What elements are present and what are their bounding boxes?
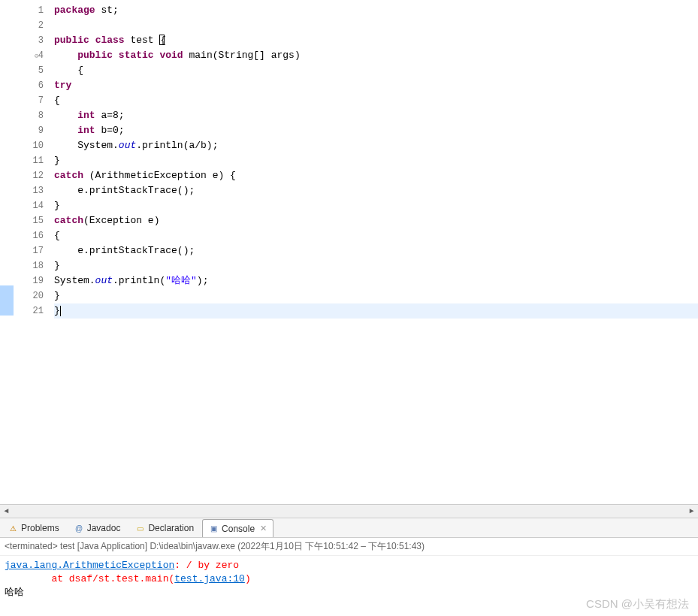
scroll-right-arrow[interactable]: ►: [685, 505, 698, 518]
source-link[interactable]: test.java:10: [174, 573, 245, 584]
scroll-left-arrow[interactable]: ◄: [0, 505, 13, 518]
console-line: at dsaf/st.test.main(test.java:10): [5, 572, 693, 586]
tab-label: Console: [222, 524, 255, 534]
line-number[interactable]: 14: [14, 198, 51, 213]
change-marker: [0, 240, 14, 255]
code-line[interactable]: public class test {: [54, 33, 698, 48]
change-marker: [0, 0, 14, 15]
line-number[interactable]: 15: [14, 213, 51, 228]
code-line[interactable]: {: [54, 228, 698, 243]
change-marker: [0, 60, 14, 75]
line-number[interactable]: 13: [14, 183, 51, 198]
change-marker: [0, 165, 14, 180]
code-line[interactable]: }: [54, 288, 698, 303]
view-tabs: ⚠ Problems @ Javadoc ▭ Declaration ▣ Con…: [0, 518, 698, 538]
change-marker: [0, 75, 14, 90]
tab-label: Declaration: [148, 523, 194, 533]
code-line[interactable]: package st;: [54, 3, 698, 18]
tab-declaration[interactable]: ▭ Declaration: [128, 519, 201, 537]
line-number[interactable]: 10: [14, 138, 51, 153]
line-number[interactable]: 9: [14, 123, 51, 138]
line-number[interactable]: 1: [14, 3, 51, 18]
console-line: java.lang.ArithmeticException: / by zero: [5, 559, 693, 572]
exception-link[interactable]: java.lang.ArithmeticException: [5, 560, 174, 571]
code-line[interactable]: }: [54, 198, 698, 213]
line-number[interactable]: 3: [14, 33, 51, 48]
change-marker: [0, 105, 14, 120]
change-marker: [0, 90, 14, 105]
console-icon: ▣: [209, 524, 219, 533]
tab-console[interactable]: ▣ Console ✕: [202, 519, 273, 537]
code-line[interactable]: public static void main(String[] args): [54, 48, 698, 63]
declaration-icon: ▭: [135, 524, 145, 533]
change-marker: [0, 30, 14, 45]
change-marker: [0, 210, 14, 225]
code-line[interactable]: [54, 18, 698, 33]
code-line[interactable]: {: [54, 93, 698, 108]
change-marker: [0, 255, 14, 270]
tab-javadoc[interactable]: @ Javadoc: [68, 519, 128, 537]
code-content[interactable]: package st;public class test { public st…: [51, 0, 698, 504]
change-marker: [0, 225, 14, 240]
console-line: 哈哈: [5, 586, 693, 599]
line-number[interactable]: 4⊝: [14, 48, 51, 63]
code-line[interactable]: try: [54, 78, 698, 93]
line-number[interactable]: 11: [14, 153, 51, 168]
line-number[interactable]: 16: [14, 228, 51, 243]
bracket-highlight: {: [159, 35, 165, 45]
change-marker: [0, 285, 14, 300]
change-marker: [0, 135, 14, 150]
bottom-panel: ⚠ Problems @ Javadoc ▭ Declaration ▣ Con…: [0, 518, 698, 616]
change-marker-strip: [0, 0, 14, 504]
console-output[interactable]: java.lang.ArithmeticException: / by zero…: [0, 556, 698, 616]
code-editor[interactable]: 1234⊝56789101112131415161718192021 packa…: [0, 0, 698, 504]
code-line[interactable]: e.printStackTrace();: [54, 243, 698, 258]
line-number[interactable]: 19: [14, 273, 51, 288]
line-number[interactable]: 2: [14, 18, 51, 33]
code-line[interactable]: }: [54, 153, 698, 168]
close-icon[interactable]: ✕: [260, 524, 267, 533]
line-number[interactable]: 18: [14, 258, 51, 273]
code-line[interactable]: System.out.println("哈哈");: [54, 273, 698, 288]
override-marker-icon[interactable]: ⊝: [35, 52, 38, 60]
change-marker: [0, 15, 14, 30]
tab-label: Javadoc: [87, 523, 121, 533]
tab-label: Problems: [21, 523, 59, 533]
change-marker: [0, 180, 14, 195]
code-line[interactable]: int a=8;: [54, 108, 698, 123]
console-header: <terminated> test [Java Application] D:\…: [0, 538, 698, 556]
code-line[interactable]: catch(Exception e): [54, 213, 698, 228]
code-line[interactable]: {: [54, 63, 698, 78]
code-line[interactable]: catch (ArithmeticException e) {: [54, 168, 698, 183]
line-number-gutter[interactable]: 1234⊝56789101112131415161718192021: [14, 0, 51, 504]
scroll-track[interactable]: [13, 505, 685, 518]
problems-icon: ⚠: [8, 524, 18, 533]
line-number[interactable]: 21: [14, 303, 51, 319]
javadoc-icon: @: [74, 524, 84, 533]
code-line[interactable]: }: [54, 303, 698, 319]
code-line[interactable]: System.out.println(a/b);: [54, 138, 698, 153]
change-marker: [0, 270, 14, 285]
change-marker: [0, 45, 14, 60]
change-marker: [0, 120, 14, 135]
line-number[interactable]: 17: [14, 243, 51, 258]
line-number[interactable]: 7: [14, 93, 51, 108]
text-cursor: [60, 306, 61, 316]
horizontal-scrollbar[interactable]: ◄ ►: [0, 504, 698, 518]
line-number[interactable]: 20: [14, 288, 51, 303]
line-number[interactable]: 5: [14, 63, 51, 78]
change-marker: [0, 195, 14, 210]
line-number[interactable]: 6: [14, 78, 51, 93]
change-marker: [0, 150, 14, 165]
code-line[interactable]: e.printStackTrace();: [54, 183, 698, 198]
line-number[interactable]: 12: [14, 168, 51, 183]
change-marker: [0, 300, 14, 316]
tab-problems[interactable]: ⚠ Problems: [2, 519, 66, 537]
code-line[interactable]: }: [54, 258, 698, 273]
line-number[interactable]: 8: [14, 108, 51, 123]
code-line[interactable]: int b=0;: [54, 123, 698, 138]
